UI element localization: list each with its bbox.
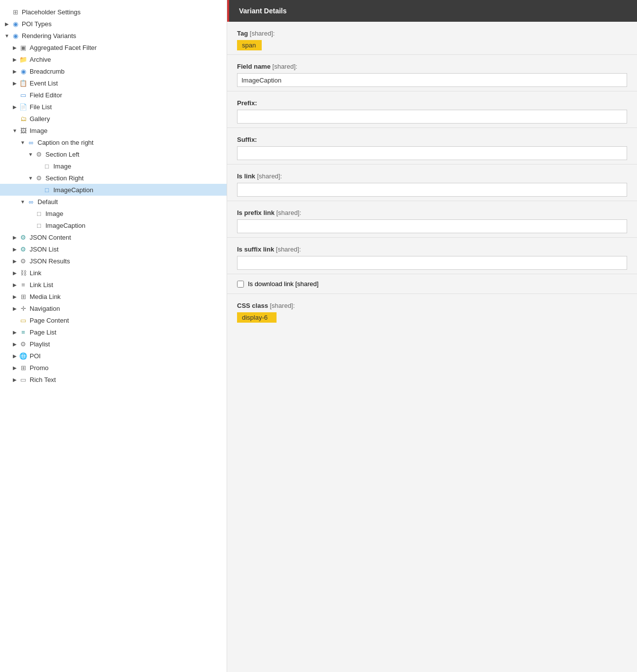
tree-item-event-list[interactable]: 📋Event List xyxy=(0,77,227,89)
tree-icon-breadcrumb: ◉ xyxy=(19,67,28,76)
tree-item-image-caption[interactable]: □ImageCaption xyxy=(0,184,227,196)
tree-toggle-default[interactable] xyxy=(19,198,27,206)
tree-item-image-child[interactable]: □Image xyxy=(0,160,227,172)
tree-label-placeholder-settings: Placeholder Settings xyxy=(22,8,80,16)
form-section-is-link: Is link [shared]: xyxy=(227,165,637,201)
tree-toggle-image[interactable] xyxy=(11,126,19,134)
tree-item-page-list[interactable]: ≡Page List xyxy=(0,326,227,338)
tree-item-playlist[interactable]: ⚙Playlist xyxy=(0,338,227,350)
tree-label-image-child: Image xyxy=(53,163,71,170)
field-badge-css-class: display-6 xyxy=(237,312,277,323)
tree-item-default[interactable]: ∞Default xyxy=(0,196,227,208)
tree-item-image-default[interactable]: □Image xyxy=(0,208,227,219)
tree-icon-gallery: 🗂 xyxy=(19,114,28,123)
tree-item-rich-text[interactable]: ▭Rich Text xyxy=(0,374,227,385)
tree-icon-archive: 📁 xyxy=(19,55,28,64)
field-input-is-link[interactable] xyxy=(237,183,627,197)
field-label-css-class: CSS class [shared]: xyxy=(237,302,627,309)
tree-label-field-editor: Field Editor xyxy=(30,91,62,99)
variant-details-title: Variant Details xyxy=(239,7,287,15)
field-input-field-name[interactable] xyxy=(237,73,627,87)
field-input-prefix[interactable] xyxy=(237,110,627,124)
tree-item-page-content[interactable]: ▭Page Content xyxy=(0,314,227,326)
tree-item-gallery[interactable]: 🗂Gallery xyxy=(0,113,227,125)
tree-toggle-playlist[interactable] xyxy=(11,340,19,348)
tree-toggle-aggregated-facet-filter[interactable] xyxy=(11,43,19,51)
field-label-is-suffix-link: Is suffix link [shared]: xyxy=(237,246,627,253)
tree-item-json-results[interactable]: ⚙JSON Results xyxy=(0,255,227,267)
tree-toggle-event-list[interactable] xyxy=(11,79,19,87)
tree-icon-field-editor: ▭ xyxy=(19,90,28,99)
field-label-prefix: Prefix: xyxy=(237,99,627,107)
tree-icon-json-results: ⚙ xyxy=(19,256,28,265)
field-input-is-prefix-link[interactable] xyxy=(237,219,627,233)
tree-toggle-file-list[interactable] xyxy=(11,103,19,111)
tree-icon-image-default: □ xyxy=(35,209,43,218)
tree-item-image[interactable]: 🖼Image xyxy=(0,125,227,136)
form-section-is-suffix-link: Is suffix link [shared]: xyxy=(227,238,637,274)
tree-toggle-page-list[interactable] xyxy=(11,328,19,336)
tree-item-poi[interactable]: 🌐POI xyxy=(0,350,227,362)
tree-label-image-caption: ImageCaption xyxy=(53,186,93,194)
tree-icon-json-content: ⚙ xyxy=(19,233,28,242)
tree-item-aggregated-facet-filter[interactable]: ▣Aggregated Facet Filter xyxy=(0,42,227,53)
tree-toggle-json-list[interactable] xyxy=(11,245,19,253)
tree-item-field-editor[interactable]: ▭Field Editor xyxy=(0,89,227,101)
tree-toggle-navigation[interactable] xyxy=(11,304,19,312)
tree-item-media-link[interactable]: ⊞Media Link xyxy=(0,291,227,302)
tree-toggle-section-left[interactable] xyxy=(27,150,35,158)
tree-item-link[interactable]: ⛓Link xyxy=(0,267,227,279)
tree-toggle-breadcrumb[interactable] xyxy=(11,67,19,75)
tree-item-caption-on-right[interactable]: ∞Caption on the right xyxy=(0,136,227,148)
field-input-suffix[interactable] xyxy=(237,146,627,160)
tree-item-section-left[interactable]: ⚙Section Left xyxy=(0,148,227,160)
tree-icon-page-list: ≡ xyxy=(19,328,28,336)
right-panel: Variant Details Tag [shared]:spanField n… xyxy=(227,0,637,672)
checkbox-download-link[interactable] xyxy=(237,281,244,288)
tree-label-page-content: Page Content xyxy=(30,317,69,324)
tree-label-media-link: Media Link xyxy=(30,293,61,300)
tree-label-link-list: Link List xyxy=(30,281,53,289)
tree-item-poi-types[interactable]: ◉POI Types xyxy=(0,18,227,30)
tree-toggle-promo[interactable] xyxy=(11,364,19,372)
tree-toggle-poi-types[interactable] xyxy=(3,20,11,28)
tree-label-caption-on-right: Caption on the right xyxy=(38,139,93,146)
tree-toggle-caption-on-right[interactable] xyxy=(19,138,27,146)
tree-container: ⊞Placeholder Settings◉POI Types◉Renderin… xyxy=(0,4,227,385)
tree-item-archive[interactable]: 📁Archive xyxy=(0,53,227,65)
tree-item-placeholder-settings[interactable]: ⊞Placeholder Settings xyxy=(0,6,227,18)
tree-toggle-json-results[interactable] xyxy=(11,257,19,265)
tree-toggle-rendering-variants[interactable] xyxy=(3,32,11,40)
tree-item-json-content[interactable]: ⚙JSON Content xyxy=(0,231,227,243)
tree-item-breadcrumb[interactable]: ◉Breadcrumb xyxy=(0,65,227,77)
tree-icon-aggregated-facet-filter: ▣ xyxy=(19,43,28,52)
form-section-prefix: Prefix: xyxy=(227,91,637,128)
tree-item-rendering-variants[interactable]: ◉Rendering Variants xyxy=(0,30,227,42)
tree-toggle-media-link[interactable] xyxy=(11,293,19,300)
field-input-is-suffix-link[interactable] xyxy=(237,256,627,270)
tree-toggle-link[interactable] xyxy=(11,269,19,277)
tree-item-navigation[interactable]: ✛Navigation xyxy=(0,302,227,314)
tree-icon-poi: 🌐 xyxy=(19,351,28,360)
tree-item-promo[interactable]: ⊞Promo xyxy=(0,362,227,374)
tree-item-link-list[interactable]: ≡Link List xyxy=(0,279,227,291)
tree-item-imagecaption-default[interactable]: □ImageCaption xyxy=(0,219,227,231)
tree-item-file-list[interactable]: 📄File List xyxy=(0,101,227,113)
tree-toggle-archive[interactable] xyxy=(11,55,19,63)
tree-toggle-section-right[interactable] xyxy=(27,174,35,182)
tree-item-section-right[interactable]: ⚙Section Right xyxy=(0,172,227,184)
tree-icon-rendering-variants: ◉ xyxy=(11,31,20,40)
tree-icon-link: ⛓ xyxy=(19,268,28,277)
tree-item-json-list[interactable]: ⚙JSON List xyxy=(0,243,227,255)
tree-toggle-poi[interactable] xyxy=(11,352,19,360)
tree-label-json-content: JSON Content xyxy=(30,234,71,241)
tree-label-image-default: Image xyxy=(45,210,63,217)
tree-toggle-rich-text[interactable] xyxy=(11,376,19,383)
tree-icon-imagecaption-default: □ xyxy=(35,221,43,230)
tree-icon-image: 🖼 xyxy=(19,126,28,135)
tree-icon-image-child: □ xyxy=(42,162,51,170)
checkbox-label-download-link: Is download link [shared] xyxy=(248,280,318,288)
tree-toggle-json-content[interactable] xyxy=(11,233,19,241)
tree-label-rendering-variants: Rendering Variants xyxy=(22,32,76,40)
tree-toggle-link-list[interactable] xyxy=(11,281,19,289)
